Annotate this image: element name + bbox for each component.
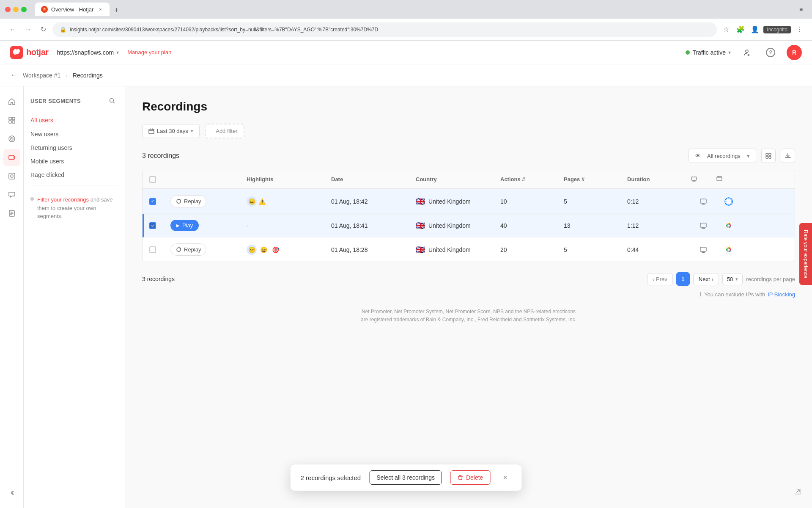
new-tab-button[interactable]: + <box>110 4 122 16</box>
bookmark-button[interactable]: ☆ <box>720 24 732 36</box>
row-1-actions: 10 <box>500 198 564 205</box>
row-2-checkbox[interactable] <box>149 222 156 229</box>
app-header: hotjar https://snapflows.com ▾ Manage yo… <box>0 41 812 64</box>
traffic-active-indicator <box>686 50 690 55</box>
sidebar-item-rage-clicked[interactable]: Rage clicked <box>24 168 125 182</box>
close-dot[interactable] <box>5 7 11 12</box>
table-row[interactable]: ✓ Replay 😐 ⚠️ <box>143 189 795 214</box>
prev-page-button[interactable]: ‹ Prev <box>647 273 673 285</box>
close-selection-bar-button[interactable]: × <box>499 471 511 484</box>
link-icon <box>793 487 802 496</box>
sidebar-search-button[interactable] <box>106 95 118 107</box>
table-controls: 👁 All recordings ▾ <box>689 149 795 163</box>
svg-rect-3 <box>12 117 15 120</box>
row-2-action[interactable]: ▶ Play <box>170 220 247 231</box>
add-filter-button[interactable]: + Add filter <box>205 124 244 138</box>
back-navigation-button[interactable]: ← <box>10 71 18 80</box>
delete-recordings-button[interactable]: Delete <box>450 470 490 485</box>
back-button[interactable]: ← <box>7 24 19 36</box>
ip-blocking-link[interactable]: IP Blocking <box>768 291 795 298</box>
row-3-actions: 20 <box>500 246 564 253</box>
traffic-status[interactable]: Traffic active ▾ <box>686 49 731 56</box>
row-3-action[interactable]: Replay <box>170 243 247 256</box>
nav-home-button[interactable] <box>3 93 20 110</box>
svg-rect-5 <box>12 121 15 123</box>
date-filter-dropdown-icon: ▾ <box>191 128 193 134</box>
row-3-checkbox[interactable] <box>149 246 156 253</box>
address-bar[interactable]: 🔒 insights.hotjar.com/sites/3090413/work… <box>52 22 717 37</box>
nav-recordings-button[interactable] <box>3 149 20 166</box>
nav-dashboard-button[interactable] <box>3 112 20 129</box>
active-tab[interactable]: Overview - Hotjar × <box>35 3 110 16</box>
col-header-highlights: Highlights <box>247 176 331 182</box>
more-options-button[interactable]: ⋮ <box>793 24 805 36</box>
workspace-breadcrumb[interactable]: Workspace #1 <box>23 72 60 79</box>
svg-point-35 <box>728 248 730 251</box>
svg-rect-2 <box>9 117 11 120</box>
row-1-checkbox[interactable]: ✓ <box>149 198 156 205</box>
current-page-number[interactable]: 1 <box>676 272 690 286</box>
next-label: Next <box>699 276 710 282</box>
surveys-icon <box>8 210 16 217</box>
row-2-play-button[interactable]: ▶ Play <box>170 220 199 231</box>
replay-icon <box>176 199 181 204</box>
row-1-replay-button[interactable]: Replay <box>170 195 206 207</box>
row-3-country: 🇬🇧 United Kingdom <box>416 245 500 254</box>
filter-hint-text: Filter your recordings and save them to … <box>37 196 118 221</box>
date-filter-button[interactable]: Last 30 days ▾ <box>142 124 200 138</box>
download-button[interactable] <box>781 149 795 163</box>
refresh-button[interactable]: ↻ <box>37 24 49 36</box>
row-1-action[interactable]: Replay <box>170 195 247 207</box>
nav-feedback-button[interactable] <box>3 186 20 203</box>
prev-label: Prev <box>656 276 667 282</box>
nav-heatmaps-button[interactable] <box>3 168 20 185</box>
window-menu-button[interactable]: ≡ <box>795 3 807 15</box>
minimize-dot[interactable] <box>13 7 19 12</box>
link-icon-corner[interactable] <box>793 487 802 498</box>
replay-icon-2 <box>176 247 181 252</box>
forward-button[interactable]: → <box>22 24 34 36</box>
select-all-checkbox[interactable] <box>149 176 156 183</box>
current-page-breadcrumb: Recordings <box>73 72 103 79</box>
next-arrow-icon: › <box>712 276 713 282</box>
row-2-highlights: - <box>247 222 331 229</box>
row-1-country: 🇬🇧 United Kingdom <box>416 197 500 206</box>
sidebar-item-new-users[interactable]: New users <box>24 127 125 141</box>
tab-close-button[interactable]: × <box>97 6 104 13</box>
table-row[interactable]: Replay 😐 😄 🎯 01 Aug, 18:28 🇬🇧 United Kin… <box>143 237 795 262</box>
per-page-selector[interactable]: 50 ▾ <box>722 273 743 285</box>
heatmaps-icon <box>8 172 16 180</box>
extensions-button[interactable]: 🧩 <box>735 24 746 36</box>
row-2-date: 01 Aug, 18:41 <box>331 222 416 229</box>
table-view-toggle-button[interactable] <box>761 149 776 163</box>
filters-bar: Last 30 days ▾ + Add filter <box>142 124 795 138</box>
sidebar-item-all-users[interactable]: All users <box>24 113 125 127</box>
svg-rect-17 <box>766 156 768 158</box>
rate-experience-button[interactable]: Rate your experience <box>799 223 812 285</box>
svg-rect-32 <box>700 247 706 251</box>
nav-collapse-button[interactable] <box>3 484 20 501</box>
maximize-dot[interactable] <box>21 7 27 12</box>
select-all-recordings-button[interactable]: Select all 3 recordings <box>369 470 442 485</box>
profile-extension-button[interactable]: 👤 <box>749 24 761 36</box>
play-icon: ▶ <box>176 223 180 228</box>
sidebar-item-mobile-users[interactable]: Mobile users <box>24 155 125 168</box>
help-button[interactable]: ? <box>763 45 778 60</box>
table-row[interactable]: ▶ Play - 01 Aug, 18:41 🇬🇧 United Kingdom <box>143 214 795 237</box>
manage-plan-link[interactable]: Manage your plan <box>127 49 171 55</box>
add-user-button[interactable] <box>739 45 754 60</box>
ip-hint-text: You can exclude IPs with <box>704 291 765 298</box>
site-dropdown-button[interactable]: ▾ <box>116 50 119 55</box>
nav-surveys-button[interactable] <box>3 205 20 222</box>
filter-recordings-link[interactable]: Filter your recordings <box>37 196 89 203</box>
nav-dot-button[interactable] <box>3 130 20 147</box>
profile-avatar[interactable]: R <box>787 45 802 60</box>
main-content: Recordings Last 30 days ▾ + Add filter <box>125 86 812 508</box>
recordings-filter-dropdown[interactable]: 👁 All recordings ▾ <box>689 149 756 163</box>
hotjar-logo-icon <box>10 46 23 59</box>
trash-icon <box>458 475 464 480</box>
sidebar-item-returning-users[interactable]: Returning users <box>24 141 125 155</box>
sidebar-filter-hint: Filter your recordings and save them to … <box>24 189 125 227</box>
row-3-replay-button[interactable]: Replay <box>170 243 206 256</box>
next-page-button[interactable]: Next › <box>693 273 719 285</box>
